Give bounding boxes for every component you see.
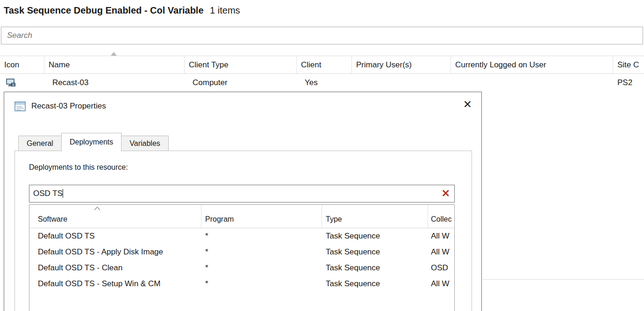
deployment-software-cell: Default OSD TS - Clean bbox=[29, 260, 201, 276]
list-items-count: 1 items bbox=[210, 5, 240, 15]
deployment-filter-input[interactable]: OSD TS ✕ bbox=[29, 185, 455, 203]
deployment-program-cell: * bbox=[201, 228, 322, 244]
deployment-type-cell: Task Sequence bbox=[322, 228, 428, 244]
column-header-software[interactable]: Software bbox=[29, 205, 201, 228]
search-bar bbox=[1, 27, 643, 44]
deployment-row[interactable]: Default OSD TS - Apply Disk Image * Task… bbox=[29, 244, 454, 260]
clear-filter-icon[interactable]: ✕ bbox=[442, 187, 450, 201]
deployment-program-cell: * bbox=[201, 260, 322, 276]
deployments-label: Deployments to this resource: bbox=[29, 163, 128, 172]
properties-icon bbox=[14, 101, 27, 112]
column-header-client[interactable]: Client bbox=[297, 56, 352, 73]
deployment-type-cell: Task Sequence bbox=[322, 276, 428, 292]
search-input[interactable] bbox=[1, 27, 643, 44]
device-name-cell: Recast-03 bbox=[44, 74, 185, 92]
deployment-program-cell: * bbox=[201, 276, 322, 292]
sort-ascending-icon bbox=[94, 207, 100, 210]
deployment-software-cell: Default OSD TS - Apply Disk Image bbox=[29, 244, 201, 260]
dialog-titlebar[interactable]: Recast-03 Properties ✕ bbox=[4, 92, 481, 121]
deployment-collection-cell: All W bbox=[428, 228, 454, 244]
column-header-collection[interactable]: Collec bbox=[428, 205, 454, 228]
column-header-program[interactable]: Program bbox=[201, 205, 322, 228]
deployments-panel: Deployments to this resource: OSD TS ✕ S… bbox=[14, 151, 472, 311]
close-icon[interactable]: ✕ bbox=[463, 98, 472, 110]
deployment-collection-cell: OSD bbox=[428, 260, 454, 276]
deployment-table: Software Program Type Collec Default OSD… bbox=[29, 204, 455, 311]
column-label-type: Type bbox=[326, 215, 342, 224]
column-label-collection: Collec bbox=[431, 215, 451, 224]
deployment-row[interactable]: Default OSD TS - Setup Win & CM * Task S… bbox=[29, 276, 454, 292]
column-label-software: Software bbox=[38, 215, 67, 224]
device-icon-cell bbox=[0, 74, 44, 92]
device-client-cell: Yes bbox=[297, 74, 352, 92]
column-header-logged-on-user[interactable]: Currently Logged on User bbox=[451, 56, 613, 73]
column-header-client-type[interactable]: Client Type bbox=[185, 56, 297, 73]
column-header-icon[interactable]: Icon bbox=[0, 56, 44, 73]
list-title: Task Sequence Debug Enabled - Col Variab… bbox=[4, 5, 240, 16]
dialog-tabs: General Deployments Variables bbox=[18, 132, 168, 151]
deployment-software-cell: Default OSD TS - Setup Win & CM bbox=[29, 276, 201, 292]
column-header-site-code[interactable]: Site C bbox=[613, 56, 644, 73]
dialog-title: Recast-03 Properties bbox=[31, 101, 106, 111]
device-client-type-cell: Computer bbox=[185, 74, 297, 92]
deployment-program-cell: * bbox=[201, 244, 322, 260]
tab-variables[interactable]: Variables bbox=[121, 136, 169, 151]
tab-deployments[interactable]: Deployments bbox=[61, 133, 122, 152]
list-divider-line bbox=[482, 279, 644, 280]
computer-icon bbox=[6, 78, 16, 87]
deployment-row[interactable]: Default OSD TS - Clean * Task Sequence O… bbox=[29, 260, 454, 276]
properties-dialog: Recast-03 Properties ✕ General Deploymen… bbox=[4, 92, 482, 311]
column-header-primary-users[interactable]: Primary User(s) bbox=[352, 56, 451, 73]
deployment-collection-cell: All W bbox=[428, 276, 454, 292]
deployment-software-cell: Default OSD TS bbox=[29, 228, 201, 244]
device-logged-on-user-cell bbox=[451, 74, 613, 92]
text-caret bbox=[63, 189, 63, 198]
deployment-table-header: Software Program Type Collec bbox=[29, 205, 454, 228]
column-label-program: Program bbox=[205, 215, 234, 224]
device-row[interactable]: Recast-03 Computer Yes PS2 bbox=[0, 74, 644, 92]
deployment-type-cell: Task Sequence bbox=[322, 244, 428, 260]
device-site-code-cell: PS2 bbox=[613, 74, 644, 92]
deployment-type-cell: Task Sequence bbox=[322, 260, 428, 276]
device-primary-users-cell bbox=[352, 74, 451, 92]
column-header-type[interactable]: Type bbox=[322, 205, 428, 228]
device-list-header: Icon Name Client Type Client Primary Use… bbox=[0, 56, 644, 74]
tab-general[interactable]: General bbox=[18, 136, 62, 151]
sort-ascending-icon bbox=[111, 52, 117, 56]
filter-text: OSD TS bbox=[29, 189, 63, 198]
list-title-text: Task Sequence Debug Enabled - Col Variab… bbox=[4, 5, 204, 15]
deployment-collection-cell: All W bbox=[428, 244, 454, 260]
column-header-name[interactable]: Name bbox=[44, 56, 185, 73]
deployment-row[interactable]: Default OSD TS * Task Sequence All W bbox=[29, 228, 454, 244]
